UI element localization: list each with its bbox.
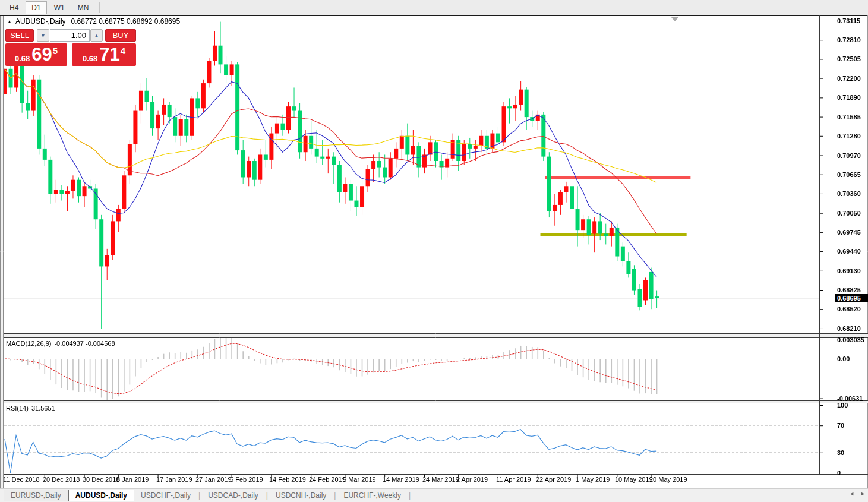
macd-values: -0.004937 -0.004568 [54, 340, 115, 347]
price-axis-label: 0.72810 [837, 36, 861, 43]
chart-tab-eurusd[interactable]: EURUSD-,Daily [4, 490, 68, 501]
rsi-name: RSI(14) [6, 405, 29, 412]
chart-tab-audusd[interactable]: AUDUSD-,Daily [68, 490, 134, 501]
price-axis-label: 0.68825 [837, 286, 861, 293]
spin-up-icon: ▲ [94, 33, 99, 39]
date-axis-label: 11 Dec 2018 [3, 476, 40, 483]
date-axis-label: 27 Jan 2019 [195, 476, 232, 483]
date-axis-label: 30 Dec 2018 [83, 476, 119, 483]
tab-separator: | [408, 491, 412, 500]
chart-tab-bar: EURUSD-,DailyAUDUSD-,DailyUSDCHF-,Daily|… [0, 488, 868, 502]
price-axis-label: 0.71585 [837, 113, 861, 121]
chart-title-ohlc: 0.68772 0.68775 0.68692 0.68695 [71, 17, 181, 26]
macd-name: MACD(12,26,9) [6, 340, 51, 347]
current-price-badge: 0.68695 [835, 294, 868, 302]
toolbar-separator [99, 2, 100, 13]
date-axis-label: 22 Apr 2019 [536, 476, 571, 483]
tab-scroll-right-icon[interactable]: ► [860, 491, 866, 497]
rsi-axis-label: 70 [837, 422, 844, 429]
sell-price-pips: 69 [31, 45, 52, 65]
sell-button[interactable]: SELL [5, 29, 34, 42]
sell-price-prefix: 0.68 [15, 54, 30, 63]
price-axis-label: 0.73115 [837, 17, 860, 24]
date-axis-label: 5 Mar 2019 [343, 476, 376, 483]
one-click-trading-toggle-icon[interactable]: ▲ [7, 19, 12, 24]
tab-separator: | [197, 491, 201, 500]
price-axis-label: 0.72200 [837, 75, 861, 82]
buy-button[interactable]: BUY [105, 29, 136, 42]
price-axis-label: 0.72505 [837, 55, 861, 62]
date-axis-label: 24 Mar 2019 [422, 476, 459, 483]
price-axis-label: 0.70360 [837, 190, 861, 197]
price-axis-label: 0.69440 [837, 248, 861, 255]
lot-size-input[interactable] [50, 29, 90, 42]
buy-price-point: 4 [121, 46, 125, 56]
sell-price-point: 5 [53, 46, 58, 56]
date-axis-label: 11 Apr 2019 [496, 476, 531, 483]
price-axis-label: 0.71280 [837, 132, 861, 140]
macd-axis-label: 0.00 [837, 355, 850, 362]
chart-tab-usdcnh[interactable]: USDCNH-,Daily [269, 490, 333, 501]
chart-tab-usdchf[interactable]: USDCHF-,Daily [134, 490, 197, 501]
buy-price-panel[interactable]: 0.68 71 4 [72, 43, 136, 66]
date-axis-label: 2 Apr 2019 [456, 476, 488, 483]
date-axis-label: 1 May 2019 [576, 476, 610, 483]
spin-down-icon: ▼ [40, 33, 46, 39]
rsi-axis-label: 100 [837, 402, 848, 409]
macd-axis-label: 0.003035 [837, 336, 864, 343]
timeframe-button-mn[interactable]: MN [72, 1, 95, 14]
buy-price-pips: 71 [99, 45, 119, 65]
chart-window: ▲ AUDUSD-,Daily 0.68772 0.68775 0.68692 … [0, 15, 868, 488]
date-axis-label: 10 May 2019 [615, 476, 653, 483]
scroll-to-end-marker[interactable] [671, 17, 679, 21]
price-axis-label: 0.69745 [837, 229, 861, 236]
date-axis-label: 17 Jan 2019 [156, 476, 192, 483]
tab-scroll-left-icon[interactable]: ◄ [849, 491, 854, 497]
tab-separator: | [333, 491, 337, 500]
date-axis-label: 20 Dec 2018 [43, 476, 80, 483]
price-axis-label: 0.70050 [837, 210, 861, 217]
chart-plot-area[interactable] [0, 15, 868, 488]
rsi-axis-label: 30 [837, 449, 844, 456]
date-axis-label: 24 Feb 2019 [309, 476, 346, 483]
price-axis-label: 0.71890 [837, 94, 861, 101]
lot-decrease-button[interactable]: ▼ [37, 29, 49, 42]
tab-separator: | [265, 491, 269, 500]
price-axis-label: 0.68520 [837, 305, 861, 312]
chart-title: ▲ AUDUSD-,Daily 0.68772 0.68775 0.68692 … [7, 17, 180, 26]
timeframe-button-d1[interactable]: D1 [26, 1, 46, 14]
tab-scroll-nav: ◄ ► [849, 491, 866, 497]
price-axis-label: 0.70665 [837, 171, 861, 178]
rsi-indicator-label: RSI(14)31.5651 [6, 405, 58, 412]
date-axis-label: 8 Jan 2019 [116, 476, 149, 483]
timeframe-button-w1[interactable]: W1 [48, 1, 71, 14]
price-axis-label: 0.69130 [837, 267, 861, 274]
date-axis-label: 14 Mar 2019 [383, 476, 419, 483]
rsi-value: 31.5651 [31, 405, 55, 412]
sell-price-panel[interactable]: 0.68 69 5 [5, 43, 67, 66]
chart-tab-eurchf[interactable]: EURCHF-,Weekly [337, 490, 407, 501]
chart-title-symbol: AUDUSD-,Daily [15, 17, 66, 26]
price-axis-label: 0.68210 [837, 325, 861, 332]
timeframe-button-h4[interactable]: H4 [4, 1, 24, 14]
date-axis-label: 20 May 2019 [649, 476, 687, 483]
price-axis-label: 0.70970 [837, 152, 861, 159]
chart-tab-usdcad[interactable]: USDCAD-,Daily [201, 490, 265, 501]
one-click-trade-panel: SELL ▼ ▲ BUY 0.68 69 5 0.68 71 4 [5, 28, 137, 67]
buy-price-prefix: 0.68 [83, 54, 97, 63]
timeframe-toolbar: H4D1W1MN [0, 0, 868, 15]
date-axis-label: 5 Feb 2019 [230, 476, 263, 483]
rsi-axis-label: 0 [837, 469, 841, 476]
macd-indicator-label: MACD(12,26,9)-0.004937 -0.004568 [6, 340, 118, 347]
date-axis-label: 14 Feb 2019 [269, 476, 306, 483]
lot-increase-button[interactable]: ▲ [90, 29, 103, 42]
